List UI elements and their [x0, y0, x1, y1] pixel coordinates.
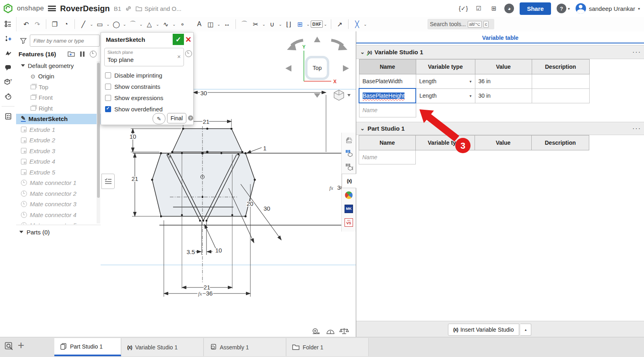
confirm-button[interactable]: ✓: [173, 34, 184, 45]
tree-item-mate-connector-2[interactable]: Mate connector 2: [16, 188, 101, 199]
new-variable-name-cell[interactable]: Name: [359, 103, 416, 117]
construction-tool-icon[interactable]: ╳: [351, 18, 363, 30]
appearance-panel-icon[interactable]: [342, 133, 356, 146]
col-variable-type[interactable]: Variable type: [416, 135, 475, 150]
tree-item-mastersketch[interactable]: ✎ MasterSketch: [16, 114, 101, 125]
help-menu[interactable]: ? ▾: [557, 4, 570, 13]
dim-notch-width[interactable]: 3.5: [187, 248, 195, 255]
trim-tool-dropdown[interactable]: ⌄: [261, 22, 266, 27]
dialog-help-icon[interactable]: ?: [188, 115, 193, 121]
main-menu-icon[interactable]: [48, 6, 56, 11]
checkbox-disable-imprinting[interactable]: Disable imprinting: [105, 71, 190, 79]
new-variable-name-cell[interactable]: Name: [359, 150, 416, 164]
dim-top-width[interactable]: 30: [200, 90, 207, 96]
tree-item-extrude-2[interactable]: Extrude 2: [16, 135, 101, 146]
col-description[interactable]: Description: [532, 60, 589, 74]
tape-measure-icon[interactable]: [313, 329, 320, 334]
sketch-list-flyout[interactable]: [101, 174, 115, 189]
new-folder-icon[interactable]: [68, 51, 75, 57]
vs-app-icon[interactable]: v≡x VS: [342, 215, 356, 229]
learning-center-icon[interactable]: ◕: [504, 4, 514, 13]
variable-name-cell-editing[interactable]: BasePlateHeight: [359, 88, 416, 103]
tree-item-extrude-1[interactable]: Extrude 1: [16, 124, 101, 135]
arc-tool-icon[interactable]: ⌒: [127, 18, 138, 30]
protractor-icon[interactable]: [327, 330, 334, 334]
section-menu-icon[interactable]: ···: [632, 125, 641, 132]
configuration-inputs-icon[interactable]: [342, 160, 356, 174]
tree-item-mate-connector-5[interactable]: Mate connector 5: [16, 220, 101, 225]
construction-tool-dropdown[interactable]: ⌄: [363, 22, 368, 27]
new-tab-button[interactable]: +: [18, 339, 24, 352]
edit-sketch-icon[interactable]: [0, 46, 16, 60]
offset-tool-icon[interactable]: ∪: [266, 18, 278, 30]
col-value[interactable]: Value: [475, 60, 532, 74]
tab-assembly-1[interactable]: Assembly 1: [204, 338, 286, 356]
section-header-variable-studio-1[interactable]: ⌄ (x) ✓ Variable Studio 1 ···: [356, 45, 644, 59]
sketch-plane-field[interactable]: Sketch plane Top plane ×: [104, 48, 184, 66]
tree-item-top-plane[interactable]: Top: [16, 82, 101, 92]
user-menu[interactable]: sandeep Urankar ▾: [576, 3, 640, 14]
rollback-clock-icon[interactable]: [185, 50, 192, 57]
tab-folder-1[interactable]: Folder 1: [287, 338, 369, 356]
configurations-panel-icon[interactable]: [342, 146, 356, 160]
dxf-tool-dropdown[interactable]: ⌄: [323, 22, 328, 27]
dim-base-width[interactable]: 36: [206, 290, 213, 297]
rectangle-tool-dropdown[interactable]: ⌄: [105, 22, 111, 27]
canvas-measure-tools[interactable]: [313, 328, 349, 334]
version-label[interactable]: B1: [114, 5, 121, 12]
app-store-icon[interactable]: ⊞: [489, 5, 499, 12]
tree-item-extrude-5[interactable]: Extrude 5: [16, 167, 101, 178]
col-description[interactable]: Description: [532, 135, 589, 150]
dim-trapezoid-height[interactable]: 10: [130, 133, 136, 140]
view-menu-arrow[interactable]: [314, 93, 320, 98]
tree-item-right-plane[interactable]: Right: [16, 103, 101, 114]
comment-icon[interactable]: [0, 60, 16, 75]
section-menu-icon[interactable]: ···: [632, 49, 641, 56]
checkbox-show-overdefined[interactable]: Show overdefined: [105, 105, 190, 113]
col-variable-type[interactable]: Variable type: [416, 60, 475, 74]
polygon-tool-icon[interactable]: △: [144, 18, 155, 30]
line-tool-dropdown[interactable]: ⌄: [89, 22, 94, 27]
insert-variable-studio-button[interactable]: (x) Insert Variable Studio: [448, 324, 519, 336]
variable-name-cell[interactable]: BasePlateWidth: [359, 74, 416, 89]
tab-variable-studio-1[interactable]: (x) Variable Studio 1: [122, 338, 204, 356]
point-tool-icon[interactable]: ∘: [177, 18, 188, 30]
slot-tool-dropdown[interactable]: ⌄: [216, 22, 221, 27]
undo-button[interactable]: ↶: [21, 18, 32, 30]
rotate-up-arrow[interactable]: [314, 37, 320, 42]
offset-tool-dropdown[interactable]: ⌄: [278, 22, 283, 27]
redo-button[interactable]: ↷: [32, 18, 43, 30]
dim-notch-depth[interactable]: 10: [215, 247, 222, 254]
circle-tool-icon[interactable]: ◯: [111, 18, 122, 30]
rotate-tool-icon[interactable]: ◔: [60, 18, 72, 30]
variable-studio-panel-icon[interactable]: (x): [342, 174, 356, 188]
line-tool-icon[interactable]: ╱: [78, 18, 89, 30]
section-header-part-studio-1[interactable]: ⌄ Part Studio 1 ···: [356, 122, 644, 135]
rotate-left-arrow[interactable]: [285, 65, 291, 72]
color-app-icon[interactable]: [342, 188, 356, 202]
insert-dropdown-button[interactable]: ▴: [520, 324, 531, 336]
variable-value-cell[interactable]: 30 in: [475, 88, 532, 103]
search-tools[interactable]: Search tools... alt/⌥ c: [427, 19, 494, 29]
tree-item-extrude-4[interactable]: Extrude 4: [16, 156, 101, 167]
trim-tool-icon[interactable]: ✂: [250, 18, 261, 30]
insert-feature-icon[interactable]: [0, 31, 16, 46]
tree-item-extrude-3[interactable]: Extrude 3: [16, 146, 101, 156]
dimension-tool-icon[interactable]: ↔: [221, 18, 233, 30]
col-name[interactable]: Name: [359, 60, 416, 74]
dim-trapezoid-top[interactable]: 21: [203, 118, 210, 125]
text-tool-icon[interactable]: A: [194, 18, 205, 30]
rollback-icon[interactable]: [90, 51, 97, 57]
pattern-tool-dropdown[interactable]: ⌄: [305, 22, 311, 27]
inspect-tool-icon[interactable]: ↗: [334, 18, 345, 30]
rotate-right-arrow[interactable]: [343, 65, 349, 72]
col-name[interactable]: Name: [359, 135, 416, 150]
variable-type-cell[interactable]: Length ▾: [416, 74, 475, 89]
checklist-icon[interactable]: [0, 109, 16, 123]
variable-value-cell[interactable]: 36 in: [475, 74, 532, 89]
part-help-icon[interactable]: ?: [0, 75, 16, 89]
tab-part-studio-1[interactable]: Part Studio 1: [54, 338, 121, 356]
view-cube-menu-icon[interactable]: [334, 90, 351, 101]
tree-item-mate-connector-3[interactable]: Mate connector 3: [16, 199, 101, 210]
spline-tool-dropdown[interactable]: ⌄: [171, 22, 177, 27]
